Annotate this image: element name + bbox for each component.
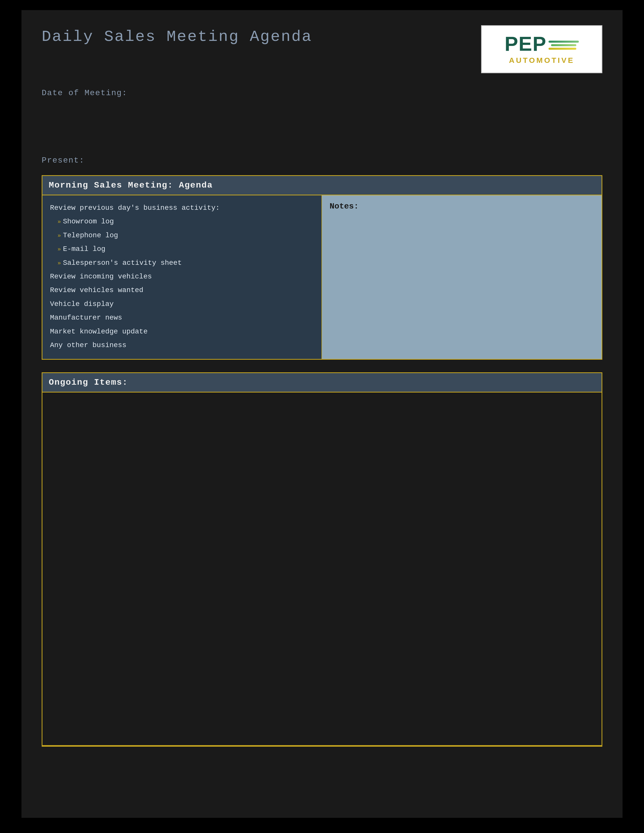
date-field: Date of Meeting: — [42, 88, 602, 98]
header-section: Daily Sales Meeting Agenda PEP AUTOMOTIV… — [42, 25, 602, 73]
logo-subtitle: AUTOMOTIVE — [509, 56, 574, 64]
page-container: Daily Sales Meeting Agenda PEP AUTOMOTIV… — [21, 10, 623, 818]
spacer-1 — [42, 105, 602, 156]
sub-item-email-label: E-mail log — [63, 243, 105, 256]
ongoing-body — [42, 392, 602, 746]
present-label: Present: — [42, 156, 85, 165]
agenda-manufacturer-news: Manufacturer news — [50, 312, 314, 324]
agenda-review-incoming: Review incoming vehicles — [50, 270, 314, 283]
agenda-other-business: Any other business — [50, 339, 314, 352]
morning-meeting-table: Morning Sales Meeting: Agenda Review pre… — [42, 175, 602, 360]
present-field: Present: — [42, 156, 602, 165]
bullet-icon: » — [58, 244, 61, 255]
ongoing-section: Ongoing Items: — [42, 372, 602, 747]
morning-header: Morning Sales Meeting: Agenda — [42, 176, 602, 195]
bullet-icon: » — [58, 231, 61, 241]
notes-column: Notes: — [322, 195, 602, 359]
agenda-vehicle-display: Vehicle display — [50, 298, 314, 310]
review-title: Review previous day's business activity: — [50, 202, 314, 214]
sub-item-showroom-label: Showroom log — [63, 215, 114, 228]
bullet-icon: » — [58, 217, 61, 227]
logo-container: PEP AUTOMOTIVE — [481, 25, 602, 73]
page-title: Daily Sales Meeting Agenda — [42, 25, 312, 46]
bullet-icon: » — [58, 259, 61, 269]
logo-top: PEP — [487, 34, 597, 54]
agenda-market-knowledge: Market knowledge update — [50, 325, 314, 338]
date-label: Date of Meeting: — [42, 88, 127, 98]
wave-1-icon — [549, 41, 579, 43]
sub-item-salesperson: » Salesperson's activity sheet — [50, 257, 314, 269]
sub-item-salesperson-label: Salesperson's activity sheet — [63, 257, 182, 269]
wave-3-icon — [549, 48, 576, 50]
agenda-column: Review previous day's business activity:… — [42, 195, 322, 359]
meta-section: Date of Meeting: Present: — [42, 88, 602, 165]
sub-item-telephone-label: Telephone log — [63, 229, 118, 242]
ongoing-header: Ongoing Items: — [42, 373, 602, 392]
sub-item-email: » E-mail log — [50, 243, 314, 256]
agenda-review-wanted: Review vehicles wanted — [50, 284, 314, 297]
sub-item-telephone: » Telephone log — [50, 229, 314, 242]
sub-item-showroom: » Showroom log — [50, 215, 314, 228]
morning-table-body: Review previous day's business activity:… — [42, 195, 602, 359]
wave-2-icon — [551, 44, 576, 46]
notes-label: Notes: — [330, 202, 594, 211]
logo-text: PEP — [505, 34, 546, 54]
logo-waves — [549, 38, 579, 50]
